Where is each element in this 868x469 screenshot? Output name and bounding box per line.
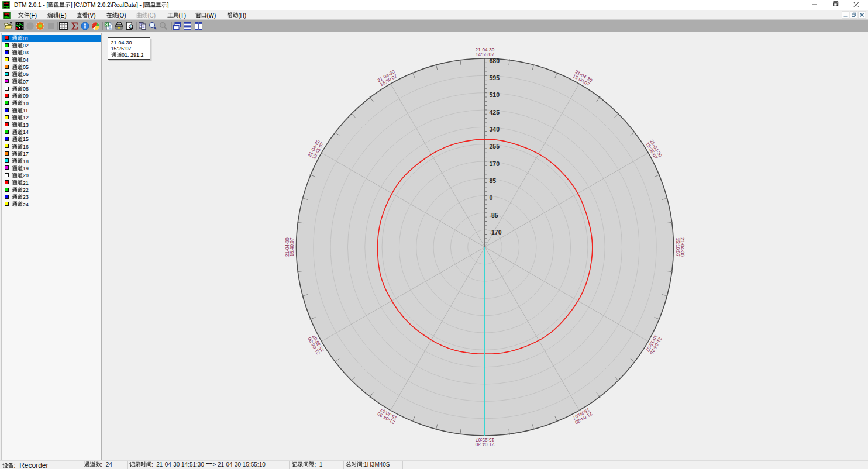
svg-text:595: 595 — [490, 74, 500, 81]
svg-text:-85: -85 — [490, 211, 498, 218]
svg-text:170: 170 — [490, 160, 500, 167]
svg-text:15:10:07: 15:10:07 — [675, 237, 680, 256]
svg-text:255: 255 — [490, 143, 500, 150]
svg-text:15:40:07: 15:40:07 — [290, 237, 295, 256]
svg-text:0: 0 — [490, 194, 493, 201]
svg-text:15:25:07: 15:25:07 — [476, 437, 494, 442]
svg-text:-170: -170 — [490, 228, 502, 235]
svg-text:425: 425 — [490, 108, 500, 115]
svg-text:14:55:07: 14:55:07 — [476, 51, 494, 57]
svg-text:85: 85 — [490, 177, 497, 184]
svg-text:510: 510 — [490, 91, 500, 98]
svg-text:340: 340 — [490, 125, 500, 132]
svg-text:680: 680 — [490, 57, 500, 64]
